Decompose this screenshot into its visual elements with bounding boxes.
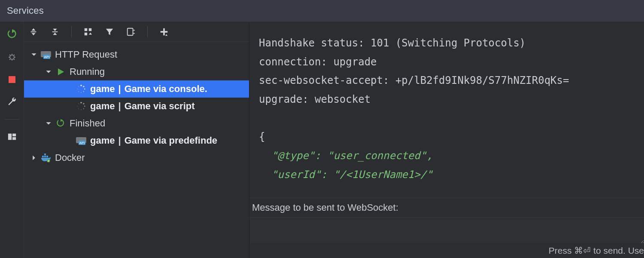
svg-text:API: API [44,55,50,59]
svg-point-0 [10,55,14,59]
svg-point-30 [77,106,78,107]
output-line: { [259,131,265,143]
svg-rect-12 [161,31,168,33]
websocket-output[interactable]: Handshake status: 101 (Switching Protoco… [249,22,644,198]
http-api-icon: API [40,49,52,60]
svg-rect-37 [44,154,46,155]
expand-all-icon[interactable] [28,27,39,37]
svg-point-25 [83,103,84,104]
websocket-message-input[interactable] [249,218,644,243]
tree-item-desc: Game via console. [125,83,207,95]
gutter-separator [4,119,20,120]
send-bar: Message to be sent to WebSocket: Press ⌘… [249,198,644,258]
svg-rect-9 [85,32,87,35]
svg-rect-35 [42,156,44,157]
spinner-icon [76,101,87,112]
svg-rect-6 [52,31,58,32]
svg-rect-2 [8,134,11,140]
tree-node-finished[interactable]: Finished [24,115,249,132]
bug-icon[interactable] [5,50,19,64]
spinner-icon [76,83,87,95]
separator-pipe: | [118,101,121,112]
stop-icon[interactable] [5,73,19,86]
group-by-icon[interactable] [83,27,93,37]
separator-pipe: | [118,135,121,146]
svg-point-17 [83,86,84,87]
svg-rect-10 [128,28,133,35]
output-line: sec-websocket-accept: +p/lB2fd9INk98/S77… [259,74,569,86]
tree-label: HTTP Request [55,49,117,60]
toolbar-separator [71,26,72,37]
services-tree[interactable]: API HTTP Request Running [24,42,249,258]
svg-rect-8 [89,28,91,31]
gutter-toolbar [0,22,24,258]
http-api-icon: API [76,135,87,146]
svg-rect-7 [85,28,87,31]
svg-rect-5 [31,31,36,32]
send-label: Message to be sent to WebSocket: [249,198,644,217]
output-pane: Handshake status: 101 (Switching Protoco… [249,22,644,258]
chevron-down-icon[interactable] [45,120,52,127]
svg-point-21 [78,91,79,92]
svg-point-26 [84,106,85,107]
svg-point-28 [81,109,82,110]
svg-rect-1 [9,76,15,83]
chevron-right-icon[interactable] [30,154,38,162]
filter-icon[interactable] [104,27,115,37]
services-tree-pane: API HTTP Request Running [24,22,249,258]
tree-node-http-request[interactable]: API HTTP Request [24,46,249,63]
rerun-icon[interactable] [5,28,19,42]
chevron-down-icon[interactable] [30,51,38,58]
send-hint: Press ⌘⏎ to send. Use [249,243,644,258]
svg-rect-36 [44,156,46,157]
collapse-all-icon[interactable] [50,27,60,37]
tree-node-running[interactable]: Running [24,63,249,80]
docker-icon [40,152,52,163]
svg-point-29 [78,108,79,109]
svg-point-22 [77,89,78,89]
svg-point-20 [81,92,82,93]
tree-item-game-script[interactable]: game | Game via script [24,98,249,115]
panel-title: Services [0,0,644,22]
chevron-down-icon[interactable] [45,68,52,76]
tree-toolbar [24,22,249,42]
output-line: upgrade: websocket [259,93,371,105]
tree-label: Running [70,66,105,77]
add-icon[interactable] [159,27,169,37]
tree-item-desc: Game via script [125,101,195,112]
output-line: Handshake status: 101 (Switching Protoco… [259,37,526,49]
tree-item-name: game [90,135,115,146]
run-icon [55,66,66,77]
tree-label: Docker [55,152,85,163]
svg-point-23 [78,86,79,87]
tree-label: Finished [70,118,105,129]
svg-point-31 [78,103,79,104]
view-mode-icon[interactable] [126,27,136,37]
tree-item-desc: Game via predefinde [125,135,217,146]
toolbar-separator-2 [147,26,148,37]
svg-point-27 [83,108,85,110]
output-json-line: "userId": "/<1UserName1>/" [259,169,433,181]
tree-item-name: game [90,83,115,95]
tree-item-game-console[interactable]: game | Game via console. [24,80,249,98]
svg-point-18 [84,89,85,90]
svg-rect-4 [12,137,15,140]
layout-icon[interactable] [5,130,19,144]
output-line: connection: upgrade [259,56,377,68]
wrench-icon[interactable] [5,95,19,109]
tree-item-game-predefined[interactable]: API game | Game via predefinde [24,132,249,149]
rerun-icon [55,118,66,129]
tree-item-name: game [90,101,115,112]
output-json-line: "@type": "user_connected", [259,150,433,162]
svg-point-24 [80,102,82,104]
svg-rect-38 [46,156,48,157]
panel-title-text: Services [7,5,44,16]
svg-point-19 [83,91,85,92]
tree-node-docker[interactable]: Docker [24,149,249,166]
svg-point-16 [80,85,82,86]
svg-text:API: API [79,141,85,145]
svg-rect-3 [12,134,15,136]
separator-pipe: | [118,83,121,95]
